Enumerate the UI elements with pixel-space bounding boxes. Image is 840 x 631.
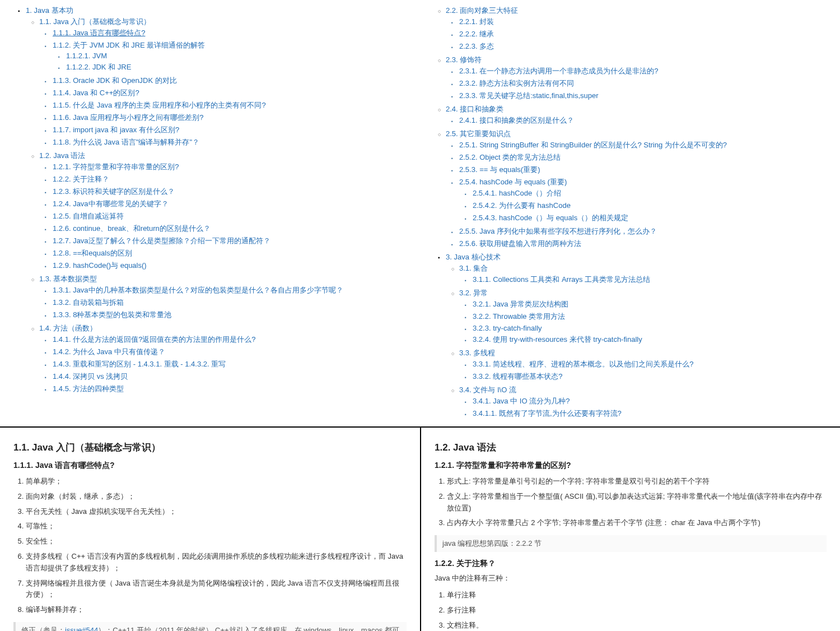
toc-left: 1. Java 基本功1.1. Java 入门（基础概念与常识）1.1.1. J… bbox=[11, 4, 409, 397]
toc-link[interactable]: 3.2.1. Java 异常类层次结构图 bbox=[473, 300, 568, 308]
comment-intro: Java 中的注释有三种： bbox=[435, 572, 827, 584]
toc-link[interactable]: 2.5. 其它重要知识点 bbox=[446, 129, 511, 138]
toc-link[interactable]: 2.5.3. == 与 equals(重要) bbox=[459, 165, 540, 174]
toc-item: 1.1. Java 入门（基础概念与常识）1.1.1. Java 语言有哪些特点… bbox=[40, 16, 409, 150]
toc-link[interactable]: 2.2.1. 封装 bbox=[459, 17, 494, 26]
toc-item: 1.1.2.2. JDK 和 JRE bbox=[67, 61, 409, 73]
toc-link[interactable]: 1.2.4. Java中有哪些常见的关键字？ bbox=[53, 199, 169, 208]
toc-link[interactable]: 1.3.2. 自动装箱与拆箱 bbox=[53, 298, 124, 307]
toc-link[interactable]: 1.1.6. Java 应用程序与小程序之间有哪些差别? bbox=[53, 113, 203, 122]
toc-link[interactable]: 2.5.4. hashCode 与 equals (重要) bbox=[459, 178, 567, 186]
char-diff-list: 形式上: 字符常量是单引号引起的一个字符; 字符串常量是双引号引起的若干个字符含… bbox=[435, 474, 827, 531]
toc-link[interactable]: 1.2.1. 字符型常量和字符串常量的区别? bbox=[53, 163, 179, 171]
toc-link[interactable]: 3.2.4. 使用 try-with-resources 来代替 try-cat… bbox=[473, 335, 642, 344]
toc-link[interactable]: 1.1.4. Java 和 C++的区别? bbox=[53, 89, 139, 97]
toc-item: 2.5.4. hashCode 与 equals (重要)2.5.4.1. ha… bbox=[460, 176, 829, 225]
toc-link[interactable]: 3. Java 核心技术 bbox=[446, 253, 501, 261]
toc-link[interactable]: 2.4.1. 接口和抽象类的区别是什么？ bbox=[459, 116, 574, 124]
toc-link[interactable]: 1.1.1. Java 语言有哪些特点? bbox=[53, 29, 145, 37]
toc-item: 1.2.8. ==和equals的区别 bbox=[54, 247, 409, 259]
toc-link[interactable]: 1.2.9. hashCode()与 equals() bbox=[53, 261, 147, 270]
toc-item: 2.3.3. 常见关键字总结:static,final,this,super bbox=[460, 90, 829, 102]
toc-item: 3.4.1. Java 中 IO 流分为几种? bbox=[474, 395, 829, 407]
toc-link[interactable]: 1.1.2.2. JDK 和 JRE bbox=[66, 63, 131, 71]
toc-link[interactable]: 1.4. 方法（函数） bbox=[39, 324, 97, 332]
toc-link[interactable]: 1.4.1. 什么是方法的返回值?返回值在类的方法里的作用是什么? bbox=[53, 335, 256, 344]
toc-link[interactable]: 1.4.2. 为什么 Java 中只有值传递？ bbox=[53, 347, 165, 356]
toc-link[interactable]: 2.5.4.2. 为什么要有 hashCode bbox=[473, 201, 571, 210]
toc-link[interactable]: 3.2. 异常 bbox=[459, 289, 488, 297]
toc-link[interactable]: 1.3.1. Java中的几种基本数据类型是什么？对应的包装类型是什么？各自占用… bbox=[53, 286, 343, 294]
toc-item: 1.4. 方法（函数）1.4.1. 什么是方法的返回值?返回值在类的方法里的作用… bbox=[40, 322, 409, 396]
list-item: 安全性； bbox=[26, 534, 407, 549]
toc-link[interactable]: 3.1. 集合 bbox=[459, 264, 488, 272]
toc-link[interactable]: 2.2.3. 多态 bbox=[459, 42, 494, 50]
toc-link[interactable]: 3.4. 文件与 I\O 流 bbox=[459, 386, 516, 394]
toc-link[interactable]: 1.1.2. 关于 JVM JDK 和 JRE 最详细通俗的解答 bbox=[53, 41, 205, 49]
toc-link[interactable]: 2.4. 接口和抽象类 bbox=[446, 105, 503, 113]
issue-link[interactable]: issue#544 bbox=[65, 626, 98, 631]
toc-link[interactable]: 2.3. 修饰符 bbox=[446, 55, 482, 64]
toc-item: 2.2.2. 继承 bbox=[460, 28, 829, 40]
char-ref-quote: java 编程思想第四版：2.2.2 节 bbox=[435, 535, 827, 552]
toc-item: 2.5.4.2. 为什么要有 hashCode bbox=[474, 199, 829, 212]
toc-link[interactable]: 1.2. Java 语法 bbox=[39, 151, 85, 160]
toc-link[interactable]: 1.2.3. 标识符和关键字的区别是什么？ bbox=[53, 187, 175, 196]
toc-link[interactable]: 1.1.7. import java 和 javax 有什么区别? bbox=[53, 126, 179, 134]
heading-1-1: 1.1. Java 入门（基础概念与常识） bbox=[13, 441, 407, 454]
toc-item: 2.3.2. 静态方法和实例方法有何不同 bbox=[460, 77, 829, 90]
toc-link[interactable]: 1.4.4. 深拷贝 vs 浅拷贝 bbox=[53, 372, 128, 381]
toc-left-column: 1. Java 基本功1.1. Java 入门（基础概念与常识）1.1.1. J… bbox=[0, 0, 420, 426]
toc-item: 1.1.4. Java 和 C++的区别? bbox=[54, 87, 409, 99]
toc-item: 2.5. 其它重要知识点2.5.1. String StringBuffer 和… bbox=[431, 128, 829, 251]
toc-link[interactable]: 3.2.2. Throwable 类常用方法 bbox=[473, 312, 565, 321]
list-item: 面向对象（封装，继承，多态）； bbox=[26, 489, 407, 504]
toc-item: 1.2. Java 语法1.2.1. 字符型常量和字符串常量的区别?1.2.2.… bbox=[40, 150, 409, 273]
toc-link[interactable]: 1.2.7. Java泛型了解么？什么是类型擦除？介绍一下常用的通配符？ bbox=[53, 236, 270, 245]
toc-item: 1.4.5. 方法的四种类型 bbox=[54, 383, 409, 395]
toc-link[interactable]: 2.5.4.1. hashCode（）介绍 bbox=[473, 189, 561, 197]
toc-link[interactable]: 2.5.6. 获取用键盘输入常用的两种方法 bbox=[459, 239, 581, 248]
toc-link[interactable]: 2.3.2. 静态方法和实例方法有何不同 bbox=[459, 79, 574, 87]
list-item: 单行注释 bbox=[447, 588, 827, 603]
toc-link[interactable]: 3.3.1. 简述线程、程序、进程的基本概念。以及他们之间关系是什么? bbox=[473, 360, 693, 368]
toc-link[interactable]: 1.1.8. 为什么说 Java 语言"编译与解释并存"？ bbox=[53, 138, 199, 146]
toc-link[interactable]: 1.2.2. 关于注释？ bbox=[53, 175, 109, 183]
toc-link[interactable]: 3.4.1. Java 中 IO 流分为几种? bbox=[473, 397, 570, 405]
toc-item: 1.3.2. 自动装箱与拆箱 bbox=[54, 296, 409, 309]
toc-link[interactable]: 2.3.1. 在一个静态方法内调用一个非静态成员为什么是非法的? bbox=[459, 67, 658, 75]
toc-link[interactable]: 1.2.6. continue、break、和return的区别是什么？ bbox=[53, 224, 211, 233]
toc-link[interactable]: 2.2.2. 继承 bbox=[459, 30, 494, 38]
toc-link[interactable]: 1.1.2.1. JVM bbox=[66, 52, 107, 60]
toc-item: 3.2. 异常3.2.1. Java 异常类层次结构图3.2.2. Throwa… bbox=[460, 287, 829, 347]
toc-link[interactable]: 2.2. 面向对象三大特征 bbox=[446, 6, 518, 15]
toc-link[interactable]: 3.3. 多线程 bbox=[459, 349, 495, 357]
toc-link[interactable]: 1.1. Java 入门（基础概念与常识） bbox=[39, 17, 151, 26]
toc-link[interactable]: 3.2.3. try-catch-finally bbox=[473, 324, 542, 332]
list-item: 支持网络编程并且很方便（ Java 语言诞生本身就是为简化网络编程设计的，因此 … bbox=[26, 576, 407, 603]
toc-link[interactable]: 1.3. 基本数据类型 bbox=[39, 275, 97, 283]
toc-link[interactable]: 1.4.3. 重载和重写的区别 - 1.4.3.1. 重载 - 1.4.3.2.… bbox=[53, 360, 226, 368]
toc-link[interactable]: 2.5.2. Object 类的常见方法总结 bbox=[459, 153, 561, 161]
toc-link[interactable]: 1.1.3. Oracle JDK 和 OpenJDK 的对比 bbox=[53, 76, 177, 85]
toc-item: 2.5.1. String StringBuffer 和 StringBuild… bbox=[460, 139, 829, 151]
toc-link[interactable]: 1.2.5. 自增自减运算符 bbox=[53, 212, 124, 220]
toc-item: 3.2.4. 使用 try-with-resources 来代替 try-cat… bbox=[474, 333, 829, 346]
toc-item: 2.2. 面向对象三大特征2.2.1. 封装2.2.2. 继承2.2.3. 多态 bbox=[431, 4, 829, 54]
toc-link[interactable]: 3.1.1. Collections 工具类和 Arrays 工具类常见方法总结 bbox=[473, 275, 650, 284]
toc-link[interactable]: 3.3.2. 线程有哪些基本状态? bbox=[473, 372, 562, 381]
toc-item: 1.4.4. 深拷贝 vs 浅拷贝 bbox=[54, 370, 409, 383]
toc-link[interactable]: 1.2.8. ==和equals的区别 bbox=[53, 249, 132, 257]
toc-link[interactable]: 2.5.5. Java 序列化中如果有些字段不想进行序列化，怎么办？ bbox=[459, 227, 657, 235]
toc-link[interactable]: 2.5.1. String StringBuffer 和 StringBuild… bbox=[459, 141, 727, 149]
toc-link[interactable]: 1. Java 基本功 bbox=[26, 6, 73, 15]
toc-item: 3.3.2. 线程有哪些基本状态? bbox=[474, 370, 829, 383]
heading-1-1-1: 1.1.1. Java 语言有哪些特点? bbox=[13, 461, 407, 471]
toc-link[interactable]: 2.5.4.3. hashCode（）与 equals（）的相关规定 bbox=[473, 214, 628, 222]
toc-link[interactable]: 3.4.1.1. 既然有了字节流,为什么还要有字符流? bbox=[473, 409, 622, 417]
toc-link[interactable]: 1.4.5. 方法的四种类型 bbox=[53, 384, 124, 393]
toc-link[interactable]: 1.1.5. 什么是 Java 程序的主类 应用程序和小程序的主类有何不同? bbox=[53, 101, 266, 109]
toc-link[interactable]: 1.3.3. 8种基本类型的包装类和常量池 bbox=[53, 310, 171, 319]
toc-link[interactable]: 2.3.3. 常见关键字总结:static,final,this,super bbox=[459, 91, 599, 100]
toc-item: 1.1.8. 为什么说 Java 语言"编译与解释并存"？ bbox=[54, 136, 409, 149]
